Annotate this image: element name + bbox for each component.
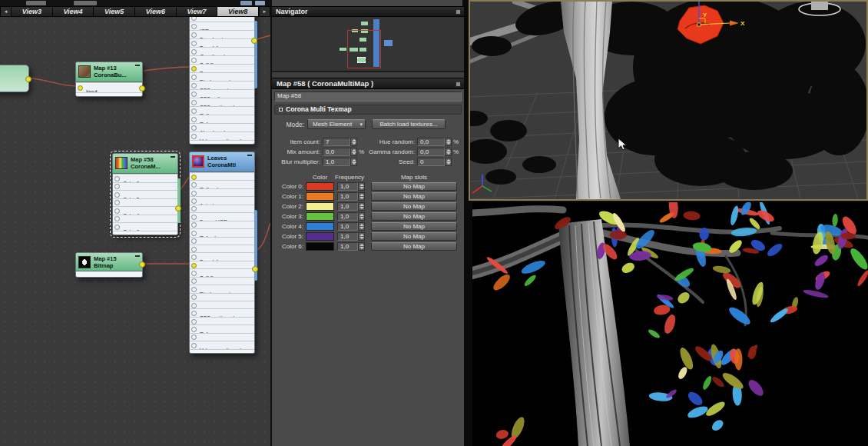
slot-socket[interactable]: [191, 175, 197, 180]
node-map13[interactable]: Map #13 CoronaBu... Input: [75, 62, 143, 97]
spinner[interactable]: [358, 202, 365, 211]
slot-socket[interactable]: [191, 17, 197, 21]
spinner[interactable]: [358, 232, 365, 241]
rollout-toggle-icon[interactable]: [279, 108, 283, 112]
slot-refl-env-[interactable]: Refl. env.: [190, 317, 254, 325]
slot-socket[interactable]: [191, 117, 197, 122]
node-output-socket[interactable]: [139, 261, 145, 268]
slot-refl-env-[interactable]: Refl. env.: [190, 106, 254, 115]
slot-socket[interactable]: [191, 334, 197, 340]
frequency-field[interactable]: 1,0: [337, 222, 358, 231]
slot-socket[interactable]: [191, 278, 197, 284]
node-output-socket[interactable]: [252, 266, 258, 272]
slot-socket[interactable]: [191, 215, 197, 220]
param-field[interactable]: 0,0: [323, 148, 350, 156]
frequency-field[interactable]: 1,0: [337, 212, 358, 221]
param-field[interactable]: 0: [417, 158, 445, 166]
material-name-field[interactable]: Map #58: [274, 92, 462, 102]
viewport-render[interactable]: [472, 202, 868, 446]
slot-color-3[interactable]: Color 3: [113, 198, 177, 207]
slot-socket[interactable]: [191, 24, 197, 29]
slot-socket[interactable]: [78, 85, 83, 91]
slot-transl-frac-[interactable]: Transl. frac.: [190, 252, 254, 260]
param-field[interactable]: 7: [323, 138, 350, 146]
node-minimize-icon[interactable]: [135, 65, 140, 66]
slot-socket[interactable]: [191, 125, 197, 131]
tab-view7[interactable]: View7: [177, 6, 218, 17]
map-slot-button[interactable]: No Map: [371, 212, 457, 221]
slot-refr-env-[interactable]: Refr. env.: [190, 325, 254, 332]
param-field[interactable]: 1,0: [323, 158, 350, 166]
slot-socket[interactable]: [191, 231, 197, 236]
slot-refr-env-[interactable]: Refr. env.: [190, 115, 254, 123]
tab-view3[interactable]: View3: [12, 6, 53, 17]
node-canvas[interactable]: Map #13 CoronaBu... Input IORTransl. col…: [0, 17, 270, 446]
slot-socket[interactable]: [191, 303, 197, 308]
slot-bump[interactable]: Bump: [190, 64, 254, 72]
slot-sss-radius[interactable]: SSS radius: [190, 301, 254, 308]
slot-input[interactable]: Input: [76, 82, 142, 92]
node-output-socket[interactable]: [251, 38, 257, 44]
slot-color-2[interactable]: Color 2: [113, 190, 177, 198]
spinner[interactable]: [358, 222, 365, 231]
tab-view5[interactable]: View5: [94, 6, 135, 17]
slot-socket[interactable]: [191, 271, 197, 276]
toolbar-icon[interactable]: [26, 1, 46, 5]
node-output-socket[interactable]: [25, 76, 31, 82]
node-minimize-icon[interactable]: [135, 255, 140, 257]
slot-socket[interactable]: [191, 182, 197, 188]
slot-diffuse-color[interactable]: Diffuse color: [190, 172, 254, 180]
map-slot-button[interactable]: No Map: [371, 202, 457, 211]
slot-socket[interactable]: [191, 319, 197, 325]
node-minimize-icon[interactable]: [171, 156, 175, 158]
slot-socket[interactable]: [191, 327, 197, 332]
slot-socket[interactable]: [114, 184, 120, 189]
slot-socket[interactable]: [191, 311, 197, 316]
rollout-corona-multi-texmap[interactable]: Corona Multi Texmap: [274, 105, 462, 115]
slot-color-4[interactable]: Color 4: [113, 206, 177, 215]
slot-socket[interactable]: [191, 287, 197, 292]
slot-socket[interactable]: [114, 200, 120, 205]
slot-socket[interactable]: [191, 247, 197, 252]
spinner[interactable]: [358, 242, 365, 251]
panel-menu-icon[interactable]: [456, 9, 461, 15]
map-slot-button[interactable]: No Map: [371, 242, 457, 251]
slot-socket[interactable]: [191, 198, 197, 204]
slot-socket[interactable]: [191, 66, 197, 72]
slot-socket[interactable]: [191, 255, 197, 260]
frequency-field[interactable]: 1,0: [337, 192, 358, 201]
tab-view4[interactable]: View4: [53, 6, 94, 17]
node-minimize-icon[interactable]: [247, 155, 252, 156]
map-slot-button[interactable]: No Map: [371, 192, 457, 201]
param-field[interactable]: 0,0: [417, 148, 445, 156]
slot-sss-amount[interactable]: SSS amount: [190, 81, 254, 89]
slot-socket[interactable]: [191, 263, 197, 268]
spinner[interactable]: [358, 192, 365, 201]
spinner[interactable]: [445, 148, 452, 156]
slot-socket[interactable]: [191, 49, 197, 55]
frequency-field[interactable]: 1,0: [337, 242, 358, 251]
slot-aniso-rot-[interactable]: Aniso rot.: [190, 205, 254, 212]
node-map15[interactable]: Map #15 Bitmap: [75, 252, 143, 278]
toolbar-icon[interactable]: [74, 1, 97, 5]
spinner[interactable]: [350, 158, 357, 166]
slot-transl-color[interactable]: Transl. color: [190, 245, 254, 252]
tab-scroll-left-icon[interactable]: ◄: [0, 6, 12, 17]
slot-socket[interactable]: [191, 92, 197, 97]
map-slot-button[interactable]: No Map: [371, 182, 457, 191]
frequency-field[interactable]: 1,0: [337, 182, 358, 191]
slot-socket[interactable]: [191, 75, 197, 80]
navigator-header[interactable]: Navigator: [272, 6, 464, 17]
slot-sss-scatter-color[interactable]: SSS scatter color: [190, 98, 254, 106]
color-swatch[interactable]: [306, 242, 334, 251]
minimap-view-frame[interactable]: [347, 30, 381, 68]
spinner[interactable]: [445, 138, 452, 146]
spinner[interactable]: [350, 148, 357, 156]
color-swatch[interactable]: [306, 202, 334, 211]
node-leaves[interactable]: Leaves CoronaMtl Diffuse colorRefl. colo…: [189, 151, 255, 354]
slot-socket[interactable]: [191, 191, 197, 196]
color-swatch[interactable]: [306, 222, 334, 231]
slot-color-6[interactable]: Color 6: [113, 222, 177, 231]
slot-ior[interactable]: IOR: [190, 22, 254, 30]
viewport-perspective[interactable]: X Y: [469, 0, 868, 201]
